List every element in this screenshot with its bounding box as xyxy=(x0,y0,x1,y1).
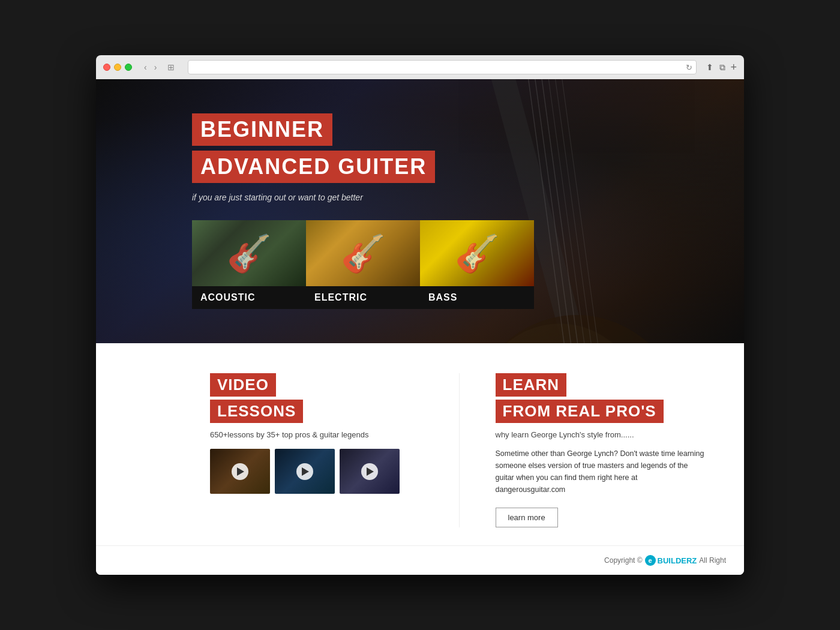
site-footer: Copyright © e BUILDERZ All Right xyxy=(96,545,744,575)
maximize-button[interactable] xyxy=(125,64,132,71)
guitar-card-bass[interactable]: 🎸 BASS xyxy=(420,220,534,309)
builderz-brand-name: BUILDERZ xyxy=(658,556,697,565)
website-content: BEGINNER ADVANCED GUITER if you are just… xyxy=(96,79,744,575)
bottom-section: VIDEO LESSONS 650+lessons by 35+ top pro… xyxy=(96,343,744,545)
nav-buttons: ‹ › xyxy=(142,61,159,73)
video-thumbnail-2[interactable] xyxy=(275,449,335,494)
bass-image: 🎸 xyxy=(420,220,534,286)
play-button-1[interactable] xyxy=(232,463,248,480)
pro-body-text: Sometime other than George Lynch? Don't … xyxy=(496,448,709,496)
electric-guitar-icon: 🎸 xyxy=(306,220,420,286)
guitar-cards-container: 🎸 ACOUSTIC 🎸 ELECTRIC 🎸 xyxy=(192,220,648,309)
bass-guitar-icon: 🎸 xyxy=(420,220,534,286)
reload-icon: ↻ xyxy=(686,63,692,72)
play-triangle-icon-2 xyxy=(302,467,309,476)
hero-content: BEGINNER ADVANCED GUITER if you are just… xyxy=(192,113,648,309)
play-button-2[interactable] xyxy=(296,463,313,480)
play-triangle-icon xyxy=(237,467,244,476)
hero-title-block: BEGINNER ADVANCED GUITER xyxy=(192,113,648,193)
traffic-lights xyxy=(103,64,132,71)
acoustic-guitar-icon: 🎸 xyxy=(192,220,306,286)
close-button[interactable] xyxy=(103,64,110,71)
play-triangle-icon-3 xyxy=(367,467,374,476)
video-subtitle: 650+lessons by 35+ top pros & guitar leg… xyxy=(210,430,423,439)
video-thumbnail-3[interactable] xyxy=(340,449,400,494)
pro-title-line1: LEARN xyxy=(496,373,567,397)
electric-label: ELECTRIC xyxy=(306,286,420,309)
address-bar[interactable]: ↻ xyxy=(188,60,697,74)
video-lessons-column: VIDEO LESSONS 650+lessons by 35+ top pro… xyxy=(96,373,460,527)
back-button[interactable]: ‹ xyxy=(142,61,149,73)
video-title-line1: VIDEO xyxy=(210,373,276,397)
windows-icon[interactable]: ⧉ xyxy=(719,62,725,73)
toolbar-right: ⬆ ⧉ xyxy=(706,62,725,73)
video-title-line2: LESSONS xyxy=(210,400,303,423)
video-thumbnail-1[interactable] xyxy=(210,449,270,494)
browser-window: ‹ › ⊞ ↻ ⬆ ⧉ + xyxy=(96,55,744,575)
pro-title-block: LEARN FROM REAL PRO'S xyxy=(496,373,709,423)
hero-title-line2: ADVANCED GUITER xyxy=(192,151,435,183)
builderz-e-icon: e xyxy=(645,555,656,566)
builderz-logo: e BUILDERZ xyxy=(645,555,697,566)
bass-label: BASS xyxy=(420,286,534,309)
guitar-card-acoustic[interactable]: 🎸 ACOUSTIC xyxy=(192,220,306,309)
forward-button[interactable]: › xyxy=(152,61,160,73)
share-icon[interactable]: ⬆ xyxy=(706,62,713,72)
pro-section-column: LEARN FROM REAL PRO'S why learn George L… xyxy=(460,373,745,527)
pro-title-line2: FROM REAL PRO'S xyxy=(496,400,664,423)
play-button-3[interactable] xyxy=(361,463,378,480)
guitar-card-electric[interactable]: 🎸 ELECTRIC xyxy=(306,220,420,309)
video-thumbnails xyxy=(210,449,423,494)
learn-more-button[interactable]: learn more xyxy=(496,508,558,527)
acoustic-label: ACOUSTIC xyxy=(192,286,306,309)
video-title-block: VIDEO LESSONS xyxy=(210,373,423,423)
electric-image: 🎸 xyxy=(306,220,420,286)
minimize-button[interactable] xyxy=(114,64,121,71)
hero-section: BEGINNER ADVANCED GUITER if you are just… xyxy=(96,79,744,343)
hero-subtitle: if you are just starting out or want to … xyxy=(192,193,648,202)
hero-title-line1: BEGINNER xyxy=(192,113,332,146)
new-tab-button[interactable]: + xyxy=(730,61,737,74)
footer-suffix: All Right xyxy=(699,556,726,565)
tab-view-button[interactable]: ⊞ xyxy=(164,61,178,73)
acoustic-image: 🎸 xyxy=(192,220,306,286)
browser-toolbar: ‹ › ⊞ ↻ ⬆ ⧉ + xyxy=(96,55,744,79)
copyright-text: Copyright © xyxy=(604,556,643,565)
pro-description: why learn George Lynch's style from.....… xyxy=(496,430,709,439)
